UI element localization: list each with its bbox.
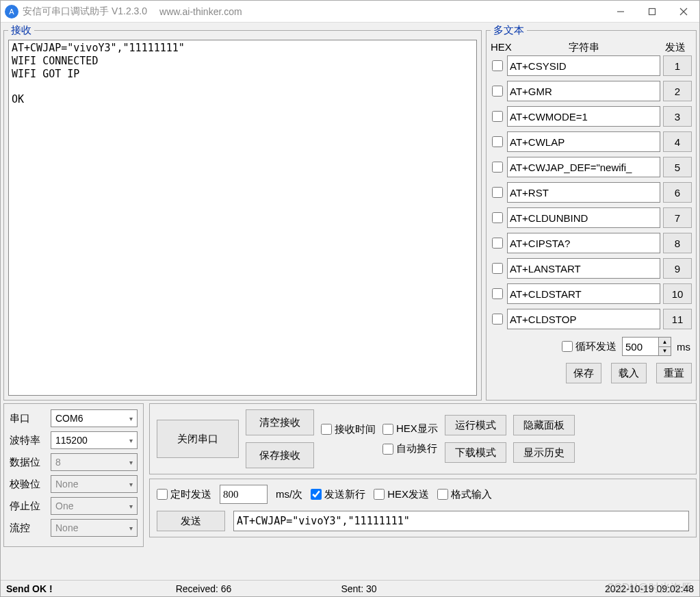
multi-send-button[interactable]: 3 <box>663 106 692 127</box>
auto-wrap-checkbox[interactable]: 自动换行 <box>383 442 438 455</box>
status-received: Received: 66 <box>176 583 232 594</box>
multi-hex-checkbox[interactable] <box>492 60 503 71</box>
multi-hex-checkbox[interactable] <box>492 212 503 223</box>
close-button[interactable] <box>668 1 699 22</box>
chevron-down-icon: ▾ <box>129 524 133 532</box>
spin-up-icon[interactable]: ▲ <box>658 338 671 347</box>
multi-command-input[interactable] <box>507 55 660 76</box>
multi-send-button[interactable]: 8 <box>663 233 692 253</box>
multi-command-input[interactable] <box>507 157 660 177</box>
multi-load-button[interactable]: 载入 <box>611 363 647 383</box>
hex-send-checkbox[interactable]: HEX发送 <box>374 488 429 501</box>
multi-hex-checkbox[interactable] <box>492 86 503 97</box>
loop-send-checkbox[interactable]: 循环发送 <box>562 340 617 353</box>
send-panel: 定时发送 ms/次 发送新行 HEX发送 格式输入 发送 <box>149 479 697 537</box>
port-label: 串口 <box>10 412 51 425</box>
port-label: 流控 <box>10 522 51 535</box>
loop-unit: ms <box>677 341 690 353</box>
multi-command-input[interactable] <box>507 309 660 329</box>
multi-send-button[interactable]: 4 <box>663 131 692 152</box>
send-newline-checkbox[interactable]: 发送新行 <box>311 488 365 501</box>
multi-row: 7 <box>491 207 692 228</box>
multi-send-button[interactable]: 9 <box>663 258 692 279</box>
format-input-checkbox[interactable]: 格式输入 <box>437 488 492 501</box>
multi-hex-checkbox[interactable] <box>492 263 503 274</box>
port-label: 校验位 <box>10 478 51 491</box>
multi-row: 11 <box>491 309 692 329</box>
multi-command-input[interactable] <box>507 182 660 203</box>
multi-row: 8 <box>491 233 692 253</box>
chevron-down-icon: ▾ <box>129 437 133 444</box>
multi-row: 9 <box>491 258 692 279</box>
multi-reset-button[interactable]: 重置 <box>656 363 692 383</box>
multi-command-input[interactable] <box>507 283 660 304</box>
multi-save-button[interactable]: 保存 <box>566 363 601 383</box>
multi-command-input[interactable] <box>507 81 660 101</box>
multi-row: 6 <box>491 182 692 203</box>
multi-hex-checkbox[interactable] <box>492 238 503 249</box>
multi-command-input[interactable] <box>507 258 660 279</box>
status-sent: Sent: 30 <box>341 583 376 594</box>
multi-send-button[interactable]: 2 <box>663 81 692 101</box>
port-select: None▾ <box>51 519 138 537</box>
loop-interval-input[interactable] <box>623 338 658 355</box>
multi-hex-checkbox[interactable] <box>492 187 503 198</box>
clear-receive-button[interactable]: 清空接收 <box>246 409 314 435</box>
multi-command-input[interactable] <box>507 131 660 152</box>
loop-interval-spinner[interactable]: ▲▼ <box>622 337 671 356</box>
multi-hex-checkbox[interactable] <box>492 136 503 147</box>
multi-command-input[interactable] <box>507 106 660 127</box>
multi-send-button[interactable]: 11 <box>663 309 692 329</box>
send-interval-unit: ms/次 <box>276 488 302 501</box>
timed-send-checkbox[interactable]: 定时发送 <box>157 488 211 501</box>
multi-send-button[interactable]: 6 <box>663 182 692 203</box>
multi-send-button[interactable]: 5 <box>663 157 692 177</box>
watermark-text: CSDN@时光海豚 <box>606 581 692 596</box>
multi-row: 10 <box>491 283 692 304</box>
port-select[interactable]: 115200▾ <box>51 431 138 449</box>
save-receive-button[interactable]: 保存接收 <box>246 442 314 468</box>
receive-time-checkbox[interactable]: 接收时间 <box>321 423 376 436</box>
hex-display-checkbox[interactable]: HEX显示 <box>383 422 438 435</box>
minimize-button[interactable] <box>605 1 636 22</box>
multi-command-input[interactable] <box>507 207 660 228</box>
port-label: 波特率 <box>10 434 51 447</box>
port-select[interactable]: COM6▾ <box>51 409 138 427</box>
hide-panel-button[interactable]: 隐藏面板 <box>513 415 575 435</box>
receive-legend: 接收 <box>8 24 34 37</box>
close-port-button[interactable]: 关闭串口 <box>157 420 239 458</box>
status-bar: Send OK ! Received: 66 Sent: 30 2022-10-… <box>1 580 699 596</box>
app-url: www.ai-thinker.com <box>159 6 242 17</box>
send-button[interactable]: 发送 <box>157 511 225 531</box>
send-input[interactable] <box>233 511 689 531</box>
receive-panel: 接收 AT+CWJAP="vivoY3","11111111" WIFI CON… <box>3 24 482 401</box>
send-interval-input[interactable] <box>220 485 268 504</box>
multi-command-input[interactable] <box>507 233 660 253</box>
multi-hex-checkbox[interactable] <box>492 288 503 299</box>
receive-textarea[interactable]: AT+CWJAP="vivoY3","11111111" WIFI CONNEC… <box>8 40 477 396</box>
chevron-down-icon: ▾ <box>129 415 133 422</box>
port-select: 8▾ <box>51 453 138 471</box>
show-history-button[interactable]: 显示历史 <box>513 442 575 463</box>
multi-hex-checkbox[interactable] <box>492 162 503 173</box>
multi-hex-checkbox[interactable] <box>492 314 503 325</box>
port-setting-row: 校验位None▾ <box>10 475 138 493</box>
port-setting-row: 串口COM6▾ <box>10 409 138 427</box>
control-row-1: 关闭串口 清空接收 保存接收 接收时间 HEX显示 自动换行 运行模式 <box>149 403 697 474</box>
status-send-ok: Send OK ! <box>6 583 53 594</box>
title-bar: A 安信可串口调试助手 V1.2.3.0 www.ai-thinker.com <box>1 1 699 23</box>
multi-send-button[interactable]: 1 <box>663 55 692 76</box>
maximize-button[interactable] <box>636 1 668 22</box>
multi-header-str: 字符串 <box>508 41 659 54</box>
multi-send-button[interactable]: 7 <box>663 207 692 228</box>
spin-down-icon[interactable]: ▼ <box>658 347 671 356</box>
control-panel: 关闭串口 清空接收 保存接收 接收时间 HEX显示 自动换行 运行模式 <box>149 403 697 547</box>
download-mode-button[interactable]: 下载模式 <box>445 442 506 463</box>
run-mode-button[interactable]: 运行模式 <box>445 415 506 435</box>
multi-hex-checkbox[interactable] <box>492 111 503 122</box>
multi-header-hex: HEX <box>491 41 508 54</box>
multi-row: 1 <box>491 55 692 76</box>
port-settings-panel: 串口COM6▾波特率115200▾数据位8▾校验位None▾停止位One▾流控N… <box>3 403 144 547</box>
port-setting-row: 数据位8▾ <box>10 453 138 471</box>
multi-send-button[interactable]: 10 <box>663 283 692 304</box>
